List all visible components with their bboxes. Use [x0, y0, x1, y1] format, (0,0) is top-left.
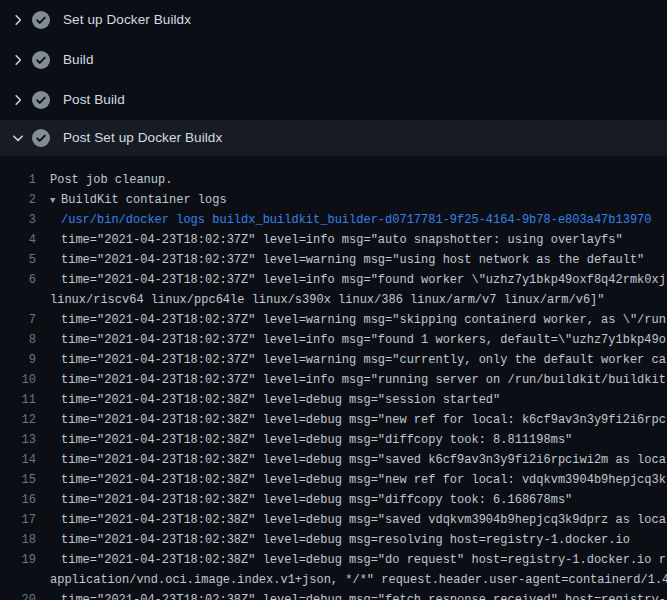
log-group-title: ▼BuildKit container logs [50, 190, 227, 210]
line-number[interactable]: 16 [0, 490, 36, 510]
log-line-text: time="2021-04-23T18:02:38Z" level=debug … [61, 550, 666, 570]
log-viewer: 1Post job cleanup.2▼BuildKit container l… [0, 156, 667, 600]
line-number[interactable]: 4 [0, 230, 36, 250]
log-row: 2▼BuildKit container logs [0, 190, 667, 210]
log-row: 15time="2021-04-23T18:02:38Z" level=debu… [0, 470, 667, 490]
step-label: Post Set up Docker Buildx [63, 131, 222, 145]
log-row: 9time="2021-04-23T18:02:37Z" level=warni… [0, 350, 667, 370]
step-row-post-set-up-docker-buildx[interactable]: Post Set up Docker Buildx [0, 120, 667, 156]
log-command-text: /usr/bin/docker logs buildx_buildkit_bui… [61, 210, 652, 230]
chevron-down-icon [10, 130, 26, 146]
log-line-text: application/vnd.oci.image.index.v1+json,… [50, 570, 667, 590]
log-row: 18time="2021-04-23T18:02:38Z" level=debu… [0, 530, 667, 550]
log-group-toggle-icon[interactable]: ▼ [50, 191, 61, 211]
log-line-text: time="2021-04-23T18:02:37Z" level=warnin… [61, 250, 644, 270]
step-row-post-build[interactable]: Post Build [0, 80, 667, 120]
log-line-text: time="2021-04-23T18:02:38Z" level=debug … [61, 510, 666, 530]
check-circle-icon [32, 11, 50, 29]
log-line-text: time="2021-04-23T18:02:38Z" level=debug … [61, 450, 666, 470]
log-row: 14time="2021-04-23T18:02:38Z" level=debu… [0, 450, 667, 470]
log-row: 11time="2021-04-23T18:02:38Z" level=debu… [0, 390, 667, 410]
line-number[interactable]: 9 [0, 350, 36, 370]
log-row: 10time="2021-04-23T18:02:37Z" level=info… [0, 370, 667, 390]
check-circle-icon [32, 129, 50, 147]
line-number[interactable]: 20 [0, 590, 36, 600]
line-number[interactable]: 10 [0, 370, 36, 390]
log-line-text: time="2021-04-23T18:02:38Z" level=debug … [61, 590, 666, 600]
line-number[interactable]: 11 [0, 390, 36, 410]
log-line-text: time="2021-04-23T18:02:38Z" level=debug … [61, 470, 666, 490]
line-number[interactable]: 1 [0, 170, 36, 190]
log-line-text: time="2021-04-23T18:02:38Z" level=debug … [61, 410, 666, 430]
line-number[interactable]: 5 [0, 250, 36, 270]
log-row: 5time="2021-04-23T18:02:37Z" level=warni… [0, 250, 667, 270]
chevron-right-icon [10, 52, 26, 68]
log-row: 4time="2021-04-23T18:02:37Z" level=info … [0, 230, 667, 250]
step-label: Post Build [63, 93, 125, 107]
log-line-text: time="2021-04-23T18:02:37Z" level=info m… [61, 370, 666, 390]
log-row: linux/riscv64 linux/ppc64le linux/s390x … [0, 290, 667, 310]
actions-log-panel: Set up Docker BuildxBuildPost BuildPost … [0, 0, 667, 600]
line-number[interactable]: 7 [0, 310, 36, 330]
log-line-text: time="2021-04-23T18:02:37Z" level=info m… [61, 330, 666, 350]
line-number [0, 570, 36, 590]
log-line-text: time="2021-04-23T18:02:38Z" level=debug … [61, 430, 572, 450]
step-row-set-up-docker-buildx[interactable]: Set up Docker Buildx [0, 0, 667, 40]
log-row: 1Post job cleanup. [0, 170, 667, 190]
log-group-label: BuildKit container logs [61, 193, 227, 207]
log-row: 7time="2021-04-23T18:02:37Z" level=warni… [0, 310, 667, 330]
steps-list: Set up Docker BuildxBuildPost BuildPost … [0, 0, 667, 156]
log-row: 6time="2021-04-23T18:02:37Z" level=info … [0, 270, 667, 290]
line-number[interactable]: 19 [0, 550, 36, 570]
line-number [0, 290, 36, 310]
log-row: 17time="2021-04-23T18:02:38Z" level=debu… [0, 510, 667, 530]
log-row: 3/usr/bin/docker logs buildx_buildkit_bu… [0, 210, 667, 230]
check-circle-icon [32, 91, 50, 109]
log-row: 19time="2021-04-23T18:02:38Z" level=debu… [0, 550, 667, 570]
line-number[interactable]: 6 [0, 270, 36, 290]
log-row: 13time="2021-04-23T18:02:38Z" level=debu… [0, 430, 667, 450]
check-circle-icon [32, 51, 50, 69]
chevron-right-icon [10, 92, 26, 108]
log-line-text: time="2021-04-23T18:02:37Z" level=warnin… [61, 350, 666, 370]
log-line-text: time="2021-04-23T18:02:38Z" level=debug … [61, 490, 572, 510]
chevron-right-icon [10, 12, 26, 28]
line-number[interactable]: 13 [0, 430, 36, 450]
step-row-build[interactable]: Build [0, 40, 667, 80]
line-number[interactable]: 14 [0, 450, 36, 470]
line-number[interactable]: 2 [0, 190, 36, 210]
line-number[interactable]: 15 [0, 470, 36, 490]
log-line-text: time="2021-04-23T18:02:38Z" level=debug … [61, 390, 500, 410]
log-row: 12time="2021-04-23T18:02:38Z" level=debu… [0, 410, 667, 430]
line-number[interactable]: 8 [0, 330, 36, 350]
line-number[interactable]: 3 [0, 210, 36, 230]
step-label: Set up Docker Buildx [63, 13, 191, 27]
log-line-text: time="2021-04-23T18:02:38Z" level=debug … [61, 530, 630, 550]
log-line-text: time="2021-04-23T18:02:37Z" level=info m… [61, 230, 623, 250]
log-row: 20time="2021-04-23T18:02:38Z" level=debu… [0, 590, 667, 600]
line-number[interactable]: 18 [0, 530, 36, 550]
log-line-text: time="2021-04-23T18:02:37Z" level=info m… [61, 270, 666, 290]
line-number[interactable]: 12 [0, 410, 36, 430]
log-line-text: linux/riscv64 linux/ppc64le linux/s390x … [50, 290, 605, 310]
log-row: 8time="2021-04-23T18:02:37Z" level=info … [0, 330, 667, 350]
step-label: Build [63, 53, 94, 67]
log-line-text: Post job cleanup. [50, 170, 172, 190]
line-number[interactable]: 17 [0, 510, 36, 530]
log-row: 16time="2021-04-23T18:02:38Z" level=debu… [0, 490, 667, 510]
log-row: application/vnd.oci.image.index.v1+json,… [0, 570, 667, 590]
log-line-text: time="2021-04-23T18:02:37Z" level=warnin… [61, 310, 666, 330]
